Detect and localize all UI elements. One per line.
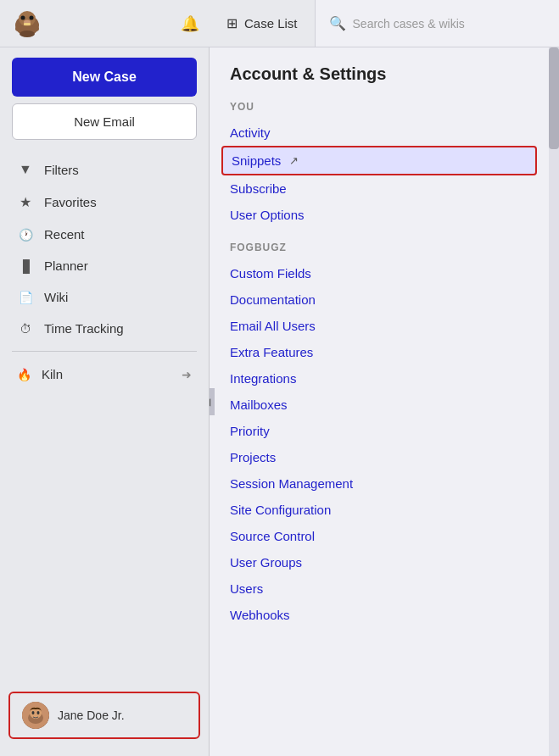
planner-icon: ▐▌ [17,259,34,273]
top-bar-left: 🔔 [0,0,210,47]
sidebar-item-filters[interactable]: ▼ Filters [0,153,209,186]
svg-rect-5 [24,23,31,25]
settings-link-user-groups[interactable]: User Groups [230,549,528,575]
star-icon: ★ [17,194,34,210]
user-name: Jane Doe Jr. [58,709,125,722]
svg-point-6 [20,31,35,37]
settings-link-source-control[interactable]: Source Control [230,523,528,549]
svg-point-3 [30,15,34,19]
wiki-icon: 📄 [17,291,34,304]
sidebar-item-wiki-label: Wiki [44,290,68,304]
settings-link-session-management[interactable]: Session Management [230,470,528,497]
grid-icon: ⊞ [226,15,238,31]
settings-link-priority[interactable]: Priority [230,418,528,444]
avatar [22,702,49,729]
top-bar: 🔔 ⊞ Case List 🔍 Search cases & wikis [0,0,559,47]
settings-link-site-configuration[interactable]: Site Configuration [230,497,528,523]
kiln-icon: 🔥 [17,368,31,381]
timer-icon: ⏱ [17,322,34,336]
settings-link-activity[interactable]: Activity [230,120,528,146]
search-icon: 🔍 [329,15,346,31]
settings-you-label: YOU [230,101,528,113]
sidebar: New Case New Email ▼ Filters ★ Favorites… [0,47,210,756]
settings-link-integrations[interactable]: Integrations [230,365,528,392]
user-profile[interactable]: Jane Doe Jr. [8,692,200,739]
svg-point-12 [32,711,35,714]
sidebar-item-time-tracking-label: Time Tracking [44,321,124,336]
sidebar-item-filters-label: Filters [44,163,79,177]
settings-link-user-options[interactable]: User Options [230,202,528,228]
settings-panel: Account & Settings YOU Activity Snippets… [210,47,559,756]
settings-link-documentation[interactable]: Documentation [230,286,528,313]
sidebar-item-favorites-label: Favorites [44,195,97,209]
svg-point-13 [37,711,40,714]
sidebar-item-recent[interactable]: 🕐 Recent [0,219,209,250]
scrollbar-thumb[interactable] [549,47,559,149]
avatar-img [22,702,49,729]
new-case-button[interactable]: New Case [12,58,197,97]
settings-link-projects[interactable]: Projects [230,444,528,470]
settings-link-custom-fields[interactable]: Custom Fields [230,260,528,286]
sidebar-nav: ▼ Filters ★ Favorites 🕐 Recent ▐▌ Planne… [0,153,209,420]
sidebar-item-wiki[interactable]: 📄 Wiki [0,281,209,313]
settings-fogbugz-section: FOGBUGZ Custom Fields Documentation Emai… [230,242,528,628]
sidebar-item-planner[interactable]: ▐▌ Planner [0,250,209,281]
sidebar-item-planner-label: Planner [44,258,88,273]
settings-title: Account & Settings [230,64,528,84]
main-content: New Case New Email ▼ Filters ★ Favorites… [0,47,559,756]
settings-fogbugz-label: FOGBUGZ [230,242,528,253]
settings-you-section: YOU Activity Snippets ↗ Subscribe [230,101,528,228]
scrollbar-track[interactable] [549,47,559,756]
settings-link-webhooks[interactable]: Webhooks [230,602,528,628]
bell-icon[interactable]: 🔔 [181,14,199,33]
sidebar-item-favorites[interactable]: ★ Favorites [0,186,209,219]
sidebar-item-time-tracking[interactable]: ⏱ Time Tracking [0,313,209,344]
svg-point-7 [15,26,22,31]
tab-case-list-label: Case List [244,16,298,31]
svg-point-2 [21,15,25,19]
clock-icon: 🕐 [17,228,34,242]
svg-point-8 [32,26,39,31]
kiln-arrow-icon: ➜ [182,368,192,381]
logo-area: 🔔 [10,7,199,41]
settings-link-subscribe[interactable]: Subscribe [230,175,528,202]
settings-link-extra-features[interactable]: Extra Features [230,339,528,365]
sidebar-divider [12,351,197,352]
logo-beaver [10,7,44,41]
sidebar-item-kiln[interactable]: 🔥 Kiln ➜ [0,359,209,390]
settings-link-users[interactable]: Users [230,575,528,602]
top-bar-tabs: ⊞ Case List 🔍 Search cases & wikis [210,0,559,47]
settings-link-email-all-users[interactable]: Email All Users [230,313,528,339]
new-email-button[interactable]: New Email [12,103,197,140]
sidebar-item-recent-label: Recent [44,227,85,242]
cursor-icon: ↗ [289,154,299,167]
right-panel: Account & Settings YOU Activity Snippets… [210,47,559,756]
collapse-panel-button[interactable]: ◀ [210,388,215,415]
filter-icon: ▼ [17,162,34,177]
search-placeholder: Search cases & wikis [353,17,465,31]
tab-case-list[interactable]: ⊞ Case List [210,0,316,47]
search-bar[interactable]: 🔍 Search cases & wikis [316,0,559,47]
sidebar-item-kiln-label: Kiln [42,367,63,381]
settings-link-snippets[interactable]: Snippets ↗ [221,146,537,175]
settings-link-mailboxes[interactable]: Mailboxes [230,392,528,418]
